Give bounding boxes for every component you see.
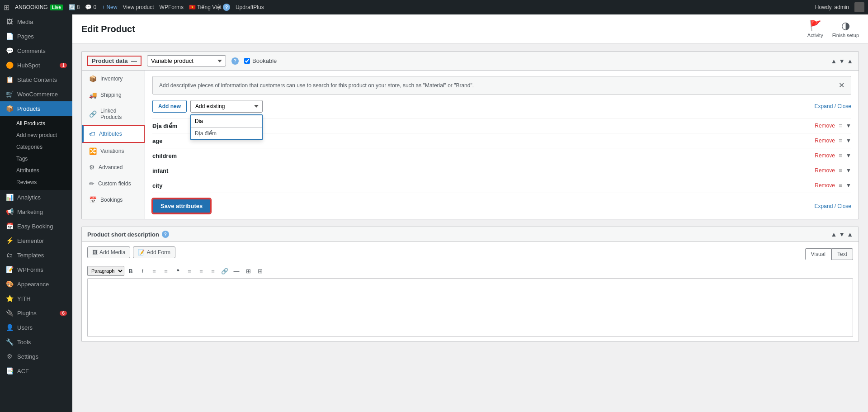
- sidebar-sub-attributes[interactable]: Attributes: [0, 165, 72, 176]
- attr-dia-diem-expand[interactable]: ▼: [846, 123, 851, 129]
- attr-city-remove[interactable]: Remove: [815, 182, 835, 189]
- sidebar-item-analytics[interactable]: 📊 Analytics: [0, 190, 72, 204]
- sidebar-sub-reviews[interactable]: Reviews: [0, 176, 72, 188]
- tab-shipping[interactable]: 🚚 Shipping: [82, 87, 145, 103]
- unordered-list-button[interactable]: ≡: [149, 265, 160, 276]
- save-attributes-button[interactable]: Save attributes: [152, 199, 211, 213]
- align-left-button[interactable]: ≡: [184, 265, 195, 276]
- collapse-up-button[interactable]: ▲: [830, 57, 837, 65]
- sidebar-item-pages[interactable]: 📄 Pages: [0, 29, 72, 43]
- updraft-item[interactable]: UpdraftPlus: [236, 4, 264, 10]
- bold-button[interactable]: B: [125, 265, 136, 276]
- sidebar-item-yith[interactable]: ⭐ YITH: [0, 291, 72, 306]
- tab-attributes[interactable]: 🏷 Attributes: [82, 125, 145, 143]
- link-button[interactable]: 🔗: [219, 265, 230, 276]
- short-desc-up-button[interactable]: ▲: [830, 231, 837, 238]
- sidebar-item-users[interactable]: 👤 Users: [0, 320, 72, 335]
- attr-childrem-remove[interactable]: Remove: [815, 152, 835, 159]
- table-button[interactable]: ⊞: [255, 265, 265, 276]
- text-tab[interactable]: Text: [831, 248, 853, 260]
- attr-dia-diem-reorder-icon[interactable]: ≡: [839, 122, 842, 129]
- site-name[interactable]: ANBOOKING Live: [15, 4, 63, 10]
- tab-linked-products[interactable]: 🔗 Linked Products: [82, 103, 145, 125]
- new-button[interactable]: + New: [102, 4, 117, 10]
- attr-city-expand[interactable]: ▼: [846, 182, 851, 189]
- add-new-button[interactable]: Add new: [152, 100, 187, 113]
- bookable-checkbox[interactable]: [244, 58, 250, 64]
- ordered-list-button[interactable]: ≡: [160, 265, 171, 276]
- tab-variations[interactable]: 🔀 Variations: [82, 143, 145, 159]
- attr-infant-expand[interactable]: ▼: [846, 167, 851, 174]
- visual-tab[interactable]: Visual: [805, 248, 831, 260]
- format-select[interactable]: Paragraph: [87, 266, 124, 276]
- wpforms-item[interactable]: WPForms: [160, 4, 184, 10]
- dropdown-option-dia-diem[interactable]: Địa điểm: [191, 128, 262, 139]
- horizontal-rule-button[interactable]: ―: [231, 265, 242, 276]
- expand-close-bottom-link[interactable]: Expand / Close: [815, 203, 851, 209]
- attr-age-expand[interactable]: ▼: [846, 137, 851, 144]
- editor-area[interactable]: [87, 278, 853, 337]
- attr-childrem-reorder-icon[interactable]: ≡: [839, 152, 842, 159]
- collapse-toggle-button[interactable]: ▲: [847, 57, 853, 65]
- sidebar-item-easy-booking[interactable]: 📅 Easy Booking: [0, 219, 72, 233]
- attr-dia-diem-remove[interactable]: Remove: [815, 123, 835, 129]
- sidebar-item-hubspot[interactable]: 🟠 HubSpot 1: [0, 58, 72, 72]
- sidebar-item-appearance[interactable]: 🎨 Appearance: [0, 277, 72, 291]
- sidebar-sub-tags[interactable]: Tags: [0, 153, 72, 165]
- add-form-button[interactable]: 📝 Add Form: [133, 246, 175, 258]
- finish-setup-button[interactable]: ◑ Finish setup: [832, 20, 859, 38]
- collapse-down-button[interactable]: ▼: [839, 57, 845, 65]
- attr-age-reorder-icon[interactable]: ≡: [839, 137, 842, 144]
- sidebar-item-templates[interactable]: 🗂 Templates: [0, 248, 72, 262]
- short-desc-down-button[interactable]: ▼: [839, 231, 845, 238]
- fullscreen-button[interactable]: ⊞: [243, 265, 254, 276]
- tab-inventory[interactable]: 📦 Inventory: [82, 71, 145, 87]
- sidebar-item-plugins[interactable]: 🔌 Plugins 6: [0, 306, 72, 320]
- attribute-search-input[interactable]: [191, 115, 262, 128]
- settings-icon: ⚙: [5, 353, 14, 360]
- sidebar-item-settings[interactable]: ⚙ Settings: [0, 349, 72, 364]
- blockquote-button[interactable]: ❝: [172, 265, 183, 276]
- product-type-help-icon[interactable]: ?: [231, 57, 239, 65]
- comments-item[interactable]: 💬 0: [85, 4, 96, 10]
- attr-age-remove[interactable]: Remove: [815, 137, 835, 144]
- add-existing-select[interactable]: Add existing Địa điểm age childrem infan…: [190, 100, 263, 113]
- italic-button[interactable]: I: [137, 265, 148, 276]
- elementor-icon: ⚡: [5, 237, 14, 244]
- sidebar-sub-categories[interactable]: Categories: [0, 141, 72, 153]
- align-right-button[interactable]: ≡: [208, 265, 218, 276]
- lang-item[interactable]: 🇻🇳 Tiếng Việt ?: [189, 4, 230, 11]
- lang-help-icon[interactable]: ?: [223, 4, 230, 11]
- tab-bookings[interactable]: 📅 Bookings: [82, 192, 145, 208]
- short-desc-help-icon[interactable]: ?: [162, 231, 169, 238]
- add-media-button[interactable]: 🖼 Add Media: [87, 246, 130, 258]
- close-info-button[interactable]: ✕: [839, 81, 844, 90]
- sidebar-sub-all-products[interactable]: All Products: [0, 118, 72, 129]
- tab-advanced[interactable]: ⚙ Advanced: [82, 159, 145, 175]
- sidebar-item-woocommerce[interactable]: 🛒 WooCommerce: [0, 87, 72, 101]
- attr-city-reorder-icon[interactable]: ≡: [839, 182, 842, 189]
- sidebar-item-media[interactable]: 🖼 Media: [0, 14, 72, 29]
- align-center-button[interactable]: ≡: [196, 265, 207, 276]
- tab-custom-fields[interactable]: ✏ Custom fields: [82, 175, 145, 192]
- sidebar-item-tools[interactable]: 🔧 Tools: [0, 335, 72, 349]
- attr-childrem-expand[interactable]: ▼: [846, 152, 851, 159]
- expand-close-top-link[interactable]: Expand / Close: [815, 103, 851, 109]
- sidebar-item-products[interactable]: 📦 Products: [0, 101, 72, 116]
- activity-button[interactable]: 🚩 Activity: [807, 20, 823, 38]
- short-desc-toggle-button[interactable]: ▲: [847, 231, 853, 238]
- sidebar-item-marketing[interactable]: 📢 Marketing: [0, 204, 72, 219]
- sidebar-item-wpforms[interactable]: 📝 WPForms: [0, 262, 72, 277]
- view-product-item[interactable]: View product: [123, 4, 154, 10]
- sidebar-item-comments[interactable]: 💬 Comments: [0, 43, 72, 58]
- sidebar-item-elementor[interactable]: ⚡ Elementor: [0, 233, 72, 248]
- sidebar-item-static-contents[interactable]: 📋 Static Contents: [0, 72, 72, 87]
- wp-logo-icon[interactable]: ⊞: [4, 3, 9, 12]
- attr-infant-reorder-icon[interactable]: ≡: [839, 167, 842, 174]
- sidebar-item-acf[interactable]: 📑 ACF: [0, 364, 72, 378]
- updates-item[interactable]: 🔄 8: [69, 4, 80, 10]
- sidebar-sub-add-new-product[interactable]: Add new product: [0, 129, 72, 141]
- attr-infant-remove[interactable]: Remove: [815, 167, 835, 174]
- bookable-checkbox-label[interactable]: Bookable: [244, 57, 277, 64]
- product-type-select[interactable]: Variable product Simple product Grouped …: [147, 55, 226, 66]
